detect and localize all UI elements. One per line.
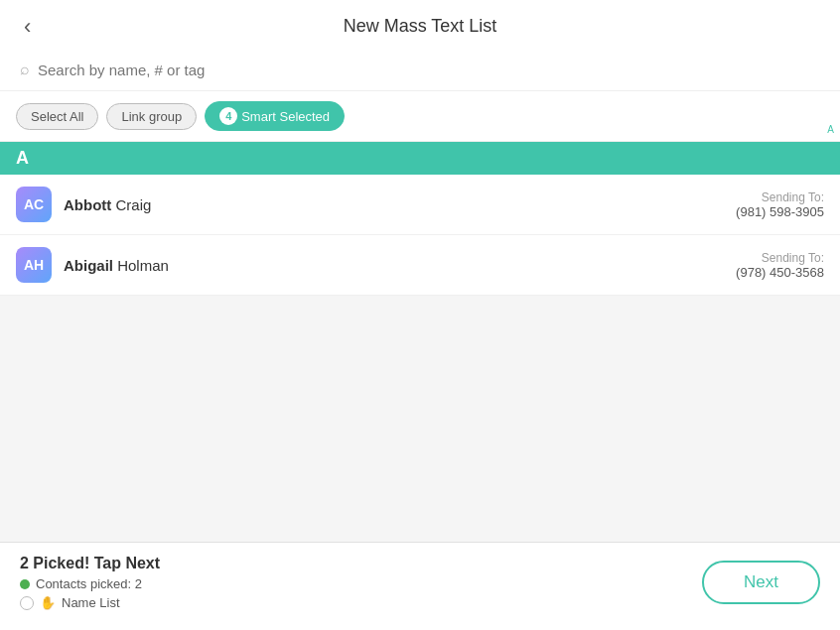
link-group-chip[interactable]: Link group [106, 103, 197, 130]
table-row[interactable]: AH Abigail Holman Sending To: (978) 450-… [0, 235, 840, 296]
next-button[interactable]: Next [702, 561, 820, 604]
sending-label: Sending To: [736, 190, 824, 204]
contact-right: Sending To: (978) 450-3568 [736, 251, 824, 280]
contact-left: AC Abbott Craig [16, 187, 151, 222]
filter-bar: Select All Link group 4 Smart Selected [0, 91, 840, 142]
name-list-row[interactable]: ✋ Name List [20, 595, 160, 610]
top-bar: ‹ New Mass Text List [0, 0, 840, 53]
radio-icon [20, 596, 34, 610]
select-all-chip[interactable]: Select All [16, 103, 98, 130]
green-dot-icon [20, 579, 30, 589]
page-title: New Mass Text List [344, 16, 497, 37]
bottom-info: 2 Picked! Tap Next Contacts picked: 2 ✋ … [20, 555, 160, 610]
contact-name: Abbott Craig [64, 196, 151, 213]
avatar: AH [16, 247, 52, 283]
section-header-a: A [0, 142, 840, 175]
alphabet-sidebar: A [821, 119, 840, 141]
contact-left: AH Abigail Holman [16, 247, 169, 283]
contacts-picked-row: Contacts picked: 2 [20, 576, 160, 591]
contact-right: Sending To: (981) 598-3905 [736, 190, 824, 219]
name-list-label: Name List [62, 595, 120, 610]
contact-list: AC Abbott Craig Sending To: (981) 598-39… [0, 175, 840, 296]
search-icon: ⌕ [20, 61, 30, 78]
sending-number: (978) 450-3568 [736, 265, 824, 280]
sending-number: (981) 598-3905 [736, 204, 824, 219]
bottom-bar: 2 Picked! Tap Next Contacts picked: 2 ✋ … [0, 542, 840, 630]
smart-selected-count: 4 [219, 107, 237, 125]
name-list-emoji: ✋ [40, 595, 56, 610]
back-button[interactable]: ‹ [16, 10, 39, 44]
smart-selected-chip[interactable]: 4 Smart Selected [205, 101, 345, 131]
sending-label: Sending To: [736, 251, 824, 265]
contacts-picked-label: Contacts picked: 2 [36, 576, 142, 591]
smart-selected-label: Smart Selected [241, 109, 330, 124]
picked-title: 2 Picked! Tap Next [20, 555, 160, 572]
avatar: AC [16, 187, 52, 222]
alpha-letter-a[interactable]: A [823, 123, 838, 137]
search-input[interactable] [38, 62, 820, 78]
search-bar: ⌕ [0, 53, 840, 91]
contact-name: Abigail Holman [64, 257, 169, 274]
table-row[interactable]: AC Abbott Craig Sending To: (981) 598-39… [0, 175, 840, 235]
